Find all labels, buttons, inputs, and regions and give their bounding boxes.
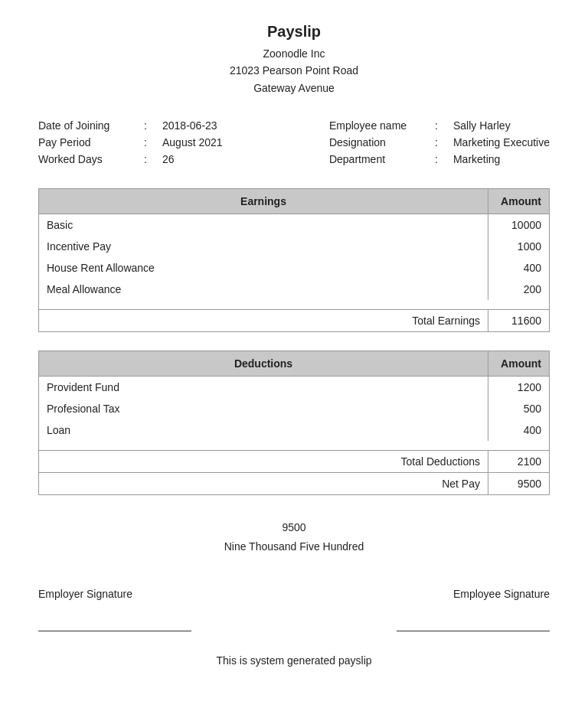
earnings-row-amount: 1000: [488, 236, 550, 257]
employee-name-value: Sally Harley: [453, 119, 511, 132]
deductions-row-label: Profesional Tax: [39, 398, 488, 419]
info-left: Date of Joining : 2018-06-23 Pay Period …: [38, 119, 223, 165]
earnings-row-label: Incentive Pay: [39, 236, 488, 257]
colon-4: :: [435, 119, 447, 132]
employee-name-row: Employee name : Sally Harley: [329, 119, 550, 132]
deductions-total-label: Total Deductions: [39, 451, 488, 473]
date-of-joining-row: Date of Joining : 2018-06-23: [38, 119, 223, 132]
employee-signature-block: Employee Signature: [319, 588, 550, 631]
department-row: Department : Marketing: [329, 153, 550, 165]
deductions-total-row: Total Deductions2100: [39, 451, 550, 473]
employee-signature-label: Employee Signature: [453, 588, 550, 600]
deductions-total-value: 2100: [488, 451, 550, 473]
employee-signature-line: [397, 631, 550, 631]
earnings-row-label: Meal Allowance: [39, 279, 488, 300]
deductions-header-label: Deductions: [39, 351, 488, 377]
payslip-header: Payslip Zoonodle Inc 21023 Pearson Point…: [38, 23, 550, 96]
department-label: Department: [329, 153, 429, 165]
colon-6: :: [435, 153, 447, 165]
earnings-row-label: Basic: [39, 214, 488, 236]
earnings-total-value: 11600: [488, 310, 550, 332]
colon-1: :: [144, 119, 156, 132]
worked-days-row: Worked Days : 26: [38, 153, 223, 165]
earnings-table: Earnings Amount Basic10000Incentive Pay1…: [38, 188, 550, 332]
company-name: Zoonodle Inc: [38, 45, 550, 62]
earnings-header-label: Earnings: [39, 189, 488, 214]
worked-days-label: Worked Days: [38, 153, 138, 165]
deductions-row: Profesional Tax500: [39, 398, 550, 419]
footer-text: This is system generated payslip: [216, 654, 371, 667]
employee-name-label: Employee name: [329, 119, 429, 132]
earnings-total-row: Total Earnings11600: [39, 310, 550, 332]
department-value: Marketing: [453, 153, 500, 165]
pay-period-value: August 2021: [162, 136, 223, 148]
colon-2: :: [144, 136, 156, 148]
net-pay-label: Net Pay: [39, 473, 488, 495]
deductions-row-amount: 1200: [488, 377, 550, 399]
date-of-joining-value: 2018-06-23: [162, 119, 217, 132]
earnings-row: Meal Allowance200: [39, 279, 550, 300]
earnings-row: House Rent Allowance400: [39, 257, 550, 279]
earnings-row-amount: 200: [488, 279, 550, 300]
deductions-row-amount: 500: [488, 398, 550, 419]
deductions-row: Loan400: [39, 419, 550, 441]
earnings-row-label: House Rent Allowance: [39, 257, 488, 279]
employer-signature-label: Employer Signature: [38, 588, 132, 600]
page-title: Payslip: [38, 23, 550, 41]
footer: This is system generated payslip: [38, 654, 550, 667]
earnings-section: Earnings Amount Basic10000Incentive Pay1…: [38, 188, 550, 332]
pay-period-row: Pay Period : August 2021: [38, 136, 223, 148]
net-pay-value: 9500: [488, 473, 550, 495]
colon-5: :: [435, 136, 447, 148]
deductions-table: Deductions Amount Provident Fund1200Prof…: [38, 351, 550, 495]
deductions-header-amount: Amount: [488, 351, 550, 377]
net-amount-numeric: 9500: [38, 518, 550, 537]
address-line2: Gateway Avenue: [38, 80, 550, 96]
deductions-row-amount: 400: [488, 419, 550, 441]
designation-label: Designation: [329, 136, 429, 148]
designation-value: Marketing Executive: [453, 136, 550, 148]
net-pay-summary: 9500 Nine Thousand Five Hundred: [38, 518, 550, 556]
earnings-total-label: Total Earnings: [39, 310, 488, 332]
info-right: Employee name : Sally Harley Designation…: [329, 119, 550, 165]
earnings-row-amount: 10000: [488, 214, 550, 236]
worked-days-value: 26: [162, 153, 175, 165]
earnings-row: Incentive Pay1000: [39, 236, 550, 257]
deductions-section: Deductions Amount Provident Fund1200Prof…: [38, 351, 550, 495]
net-pay-row: Net Pay9500: [39, 473, 550, 495]
earnings-header-amount: Amount: [488, 189, 550, 214]
deductions-row-label: Provident Fund: [39, 377, 488, 399]
earnings-row-amount: 400: [488, 257, 550, 279]
employee-info: Date of Joining : 2018-06-23 Pay Period …: [38, 119, 550, 165]
earnings-row: Basic10000: [39, 214, 550, 236]
net-amount-words: Nine Thousand Five Hundred: [38, 537, 550, 556]
deductions-row: Provident Fund1200: [39, 377, 550, 399]
address-line1: 21023 Pearson Point Road: [38, 62, 550, 79]
date-of-joining-label: Date of Joining: [38, 119, 138, 132]
employer-signature-line: [38, 631, 191, 631]
colon-3: :: [144, 153, 156, 165]
deductions-row-label: Loan: [39, 419, 488, 441]
employer-signature-block: Employer Signature: [38, 588, 269, 631]
designation-row: Designation : Marketing Executive: [329, 136, 550, 148]
signature-section: Employer Signature Employee Signature: [38, 588, 550, 631]
pay-period-label: Pay Period: [38, 136, 138, 148]
